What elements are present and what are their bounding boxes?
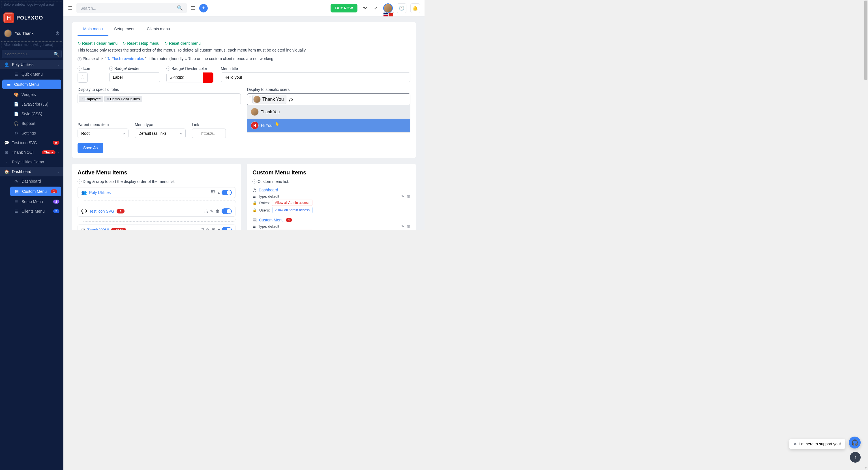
flag-en-icon[interactable] [383, 13, 388, 17]
help-icon[interactable]: ? [78, 66, 82, 70]
search-icon[interactable]: 🔍 [177, 5, 183, 11]
active-item[interactable]: ⊞ Thank YOU! Thank ⿻✎🗑▾ [78, 225, 236, 230]
menu-search[interactable]: 🔍 [2, 50, 62, 58]
remove-icon[interactable]: × [249, 95, 251, 98]
icon-picker[interactable]: 🛡 [78, 72, 88, 83]
toggle[interactable] [222, 190, 232, 195]
sidebar-item-widgets[interactable]: 🎨 Widgets [0, 90, 63, 99]
color-swatch[interactable] [203, 72, 213, 83]
access-badge[interactable]: Allow all Admin access [272, 200, 312, 206]
badge-input[interactable] [109, 72, 160, 82]
trash-icon[interactable]: 🗑 [215, 209, 220, 214]
clock-icon[interactable]: 🕐 [397, 3, 406, 13]
active-items-panel: Active Menu Items ?Drag & drop to sort t… [72, 164, 241, 230]
drop-zone[interactable] [83, 219, 236, 222]
tab-setup-menu[interactable]: Setup menu [108, 22, 141, 36]
color-input[interactable] [166, 73, 203, 82]
custom-item-title[interactable]: Dashboard [259, 188, 278, 192]
sidebar-user[interactable]: You Thank ⏻ [0, 27, 63, 40]
language-flags[interactable] [383, 12, 394, 17]
list-icon: ☰ [252, 194, 256, 199]
access-badge[interactable]: Allow all Admin access [272, 230, 312, 230]
sidebar-item-custom-menu-2[interactable]: ▤ Custom Menu 1 [10, 186, 61, 196]
custom-items-panel: Custom Menu Items ?Custom menu list. ◔ D… [247, 164, 416, 230]
help-text-1: This feature only restores the sorted or… [78, 48, 410, 52]
dropdown-option[interactable]: H Hi You 👆 [247, 119, 410, 132]
flag-vn-icon[interactable] [389, 13, 393, 17]
sidebar-item-poly-utilities[interactable]: 👤 Poly Utilities ⌄ [0, 60, 63, 69]
remove-icon[interactable]: × [82, 97, 83, 100]
list-icon: ▤ [14, 189, 19, 194]
toggle[interactable] [222, 227, 232, 230]
search-input[interactable] [81, 6, 177, 10]
toggle[interactable] [222, 208, 232, 214]
edit-icon[interactable]: ✎ [401, 224, 404, 229]
sidebar-item-dashboard[interactable]: 🏠 Dashboard ⌄ [0, 167, 63, 176]
parent-select[interactable]: Root [78, 128, 128, 138]
drop-zone[interactable] [83, 200, 236, 203]
bell-icon[interactable]: 🔔 [410, 3, 420, 13]
color-label: ?Badge/ Divider color [166, 66, 215, 71]
sidebar-item-javascript[interactable]: 📄 JavaScript (JS) [0, 99, 63, 109]
copy-icon[interactable]: ⿻ [200, 227, 204, 230]
tab-clients-menu[interactable]: Clients menu [141, 22, 176, 36]
menu-search-input[interactable] [2, 50, 62, 58]
trash-icon[interactable]: 🗑 [407, 224, 410, 229]
help-icon[interactable]: ? [109, 66, 113, 70]
active-item[interactable]: 👥 Poly Utilities ⿻▴ [78, 187, 236, 198]
remove-icon[interactable]: × [107, 97, 109, 100]
trash-icon[interactable]: 🗑 [407, 194, 410, 199]
search-box[interactable]: 🔍 [76, 3, 187, 13]
sidebar-item-support[interactable]: 🎧 Support [0, 119, 63, 128]
caret-icon[interactable]: ▾ [218, 227, 220, 230]
save-as-button[interactable]: Save As [78, 143, 103, 153]
buy-now-button[interactable]: BUY NOW [331, 4, 358, 12]
sidebar-item-clients-menu[interactable]: ☰ Clients Menu 3 [0, 206, 63, 216]
add-button[interactable]: + [199, 4, 208, 12]
user-tag[interactable]: Thank You [252, 95, 286, 104]
reset-client-link[interactable]: ↻Reset client menu [164, 41, 200, 46]
logo[interactable]: H POLYXGO [0, 9, 63, 27]
edit-icon[interactable]: ✎ [206, 227, 210, 230]
check-icon[interactable]: ✓ [373, 5, 379, 11]
hamburger-icon[interactable]: ☰ [68, 5, 72, 11]
sidebar-item-test-icon-svg[interactable]: 💬 Test icon SVG A [0, 138, 63, 148]
sidebar-item-settings[interactable]: ⚙ Settings [0, 128, 63, 138]
help-icon[interactable]: ? [166, 66, 170, 70]
reset-setup-link[interactable]: ↻Reset setup menu [123, 41, 159, 46]
link-input[interactable] [192, 128, 226, 138]
type-select[interactable]: Default (as link) [135, 128, 186, 138]
headset-icon: 🎧 [13, 121, 19, 126]
sidebar-item-thank-you[interactable]: ⊞ Thank YOU! Thank ‹ [0, 148, 63, 157]
sidebar-item-custom-menu[interactable]: ☰ Custom Menu [2, 80, 61, 89]
sidebar-item-dashboard-sub[interactable]: ◔ Dashboard [0, 176, 63, 186]
users-input[interactable]: × Thank You Thank You [247, 93, 410, 105]
sidebar-item-quick-menu[interactable]: ☰ Quick Menu [0, 69, 63, 79]
trash-icon[interactable]: 🗑 [211, 227, 216, 230]
edit-icon[interactable]: ✎ [401, 194, 404, 199]
sidebar-item-polyutilities-demo[interactable]: ▫ PolyUtilities Demo [0, 157, 63, 167]
users-typing[interactable] [287, 96, 299, 103]
active-item[interactable]: 💬 Test icon SVG A ⿻✎🗑 [78, 206, 236, 216]
copy-icon[interactable]: ⿻ [211, 190, 216, 195]
roles-input[interactable]: ×Employee ×Demo PolyUtilities [78, 93, 241, 104]
role-tag[interactable]: ×Employee [79, 96, 103, 102]
edit-icon[interactable]: ✎ [210, 209, 214, 214]
custom-item-title[interactable]: Custom Menu [259, 218, 284, 222]
menu-icon[interactable]: ☰ [191, 5, 195, 11]
gear-icon: ⚙ [13, 131, 19, 135]
role-tag[interactable]: ×Demo PolyUtilities [104, 96, 142, 102]
access-badge[interactable]: Allow all Admin access [272, 207, 313, 213]
menu-title-input[interactable] [221, 72, 410, 82]
flush-rewrite-link[interactable]: Flush rewrite rules [112, 56, 144, 61]
caret-icon[interactable]: ▴ [218, 190, 220, 195]
dropdown-option[interactable]: Thank You [247, 105, 410, 119]
share-icon[interactable]: ⫘ [362, 5, 369, 11]
copy-icon[interactable]: ⿻ [204, 209, 208, 214]
user-avatar[interactable] [383, 3, 393, 13]
sidebar-item-setup-menu[interactable]: ☰ Setup Menu 2 [0, 197, 63, 206]
reset-sidebar-link[interactable]: ↻Reset sidebar menu [78, 41, 118, 46]
power-icon[interactable]: ⏻ [56, 31, 59, 36]
sidebar-item-style[interactable]: 📄 Style (CSS) [0, 109, 63, 119]
tab-main-menu[interactable]: Main menu [78, 22, 108, 36]
